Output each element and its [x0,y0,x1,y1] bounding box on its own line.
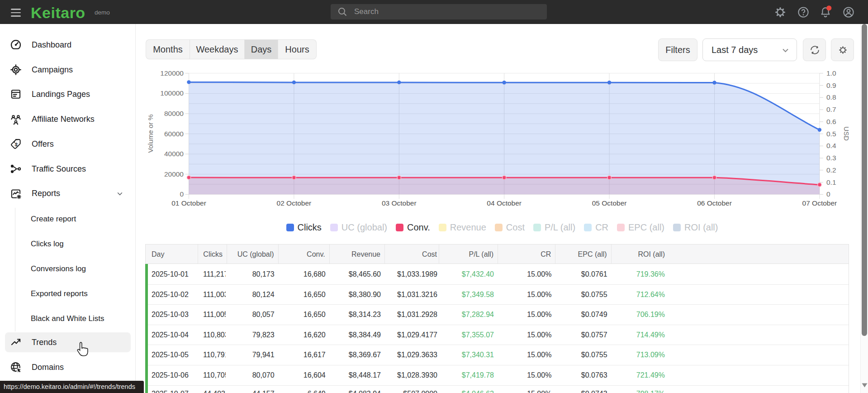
svg-text:0.7: 0.7 [826,105,836,113]
svg-text:0: 0 [180,190,184,198]
svg-text:120000: 120000 [160,69,184,77]
svg-text:0.1: 0.1 [826,178,836,186]
svg-text:07 October: 07 October [802,199,837,207]
svg-text:0.3: 0.3 [826,154,836,162]
svg-text:Volume or %: Volume or % [147,114,154,153]
svg-text:0.9: 0.9 [826,81,836,89]
svg-text:0.8: 0.8 [826,93,836,101]
svg-text:06 October: 06 October [697,199,732,207]
svg-text:0.6: 0.6 [826,118,836,125]
svg-text:04 October: 04 October [487,199,522,207]
svg-text:20000: 20000 [164,170,184,178]
svg-text:03 October: 03 October [382,199,417,207]
svg-text:0.5: 0.5 [826,130,836,138]
svg-text:80000: 80000 [164,110,184,117]
svg-text:USD: USD [843,126,850,141]
svg-text:1.0: 1.0 [826,69,836,77]
svg-text:40000: 40000 [164,150,184,158]
svg-text:0.4: 0.4 [826,142,836,149]
svg-text:01 October: 01 October [171,199,206,207]
svg-text:0.2: 0.2 [826,166,836,174]
svg-text:60000: 60000 [164,130,184,138]
svg-text:02 October: 02 October [277,199,312,207]
svg-text:05 October: 05 October [592,199,627,207]
svg-text:0: 0 [826,190,830,198]
svg-text:100000: 100000 [160,89,184,97]
